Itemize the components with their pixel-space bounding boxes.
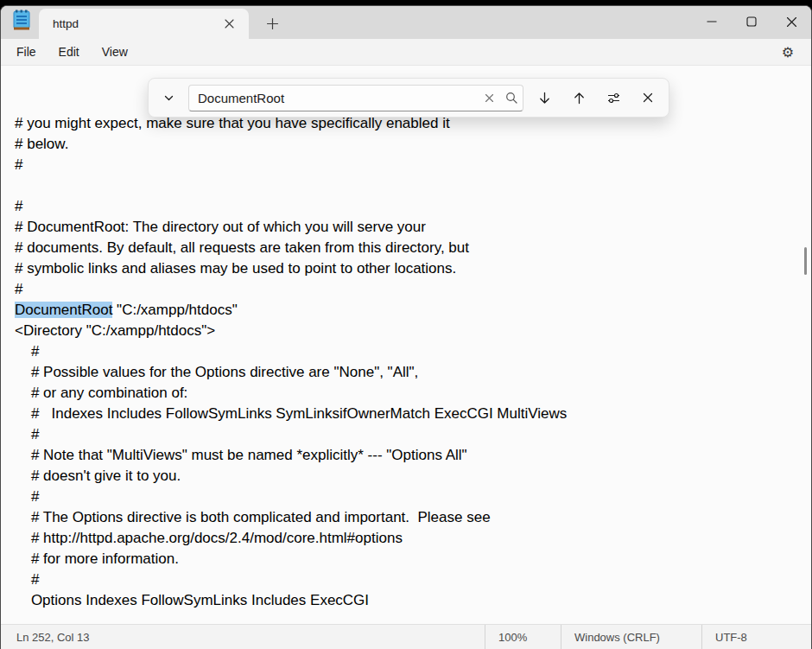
editor-line: # below. — [15, 134, 801, 155]
vertical-scrollbar-thumb[interactable] — [804, 247, 807, 275]
editor-lines: # you might expect, make sure that you h… — [15, 113, 801, 624]
editor-line: # Possible values for the Options direct… — [15, 362, 801, 383]
find-bar — [148, 78, 669, 118]
editor-line: # — [15, 279, 801, 300]
status-right-group: 100% Windows (CRLF) UTF-8 — [485, 625, 811, 649]
encoding[interactable]: UTF-8 — [701, 625, 811, 649]
editor: # you might expect, make sure that you h… — [1, 66, 811, 624]
editor-line: # documents. By default, all requests ar… — [15, 238, 801, 258]
editor-line — [15, 175, 801, 196]
search-match-highlight: DocumentRoot — [15, 302, 112, 318]
editor-line: # http://httpd.apache.org/docs/2.4/mod/c… — [15, 528, 801, 549]
window-controls — [692, 6, 811, 37]
find-input[interactable] — [189, 91, 478, 105]
find-input-wrap — [188, 85, 523, 111]
tab-title: httpd — [53, 17, 79, 30]
editor-line: # DocumentRoot: The directory out of whi… — [15, 217, 801, 238]
editor-line: # symbolic links and aliases may be used… — [15, 258, 801, 279]
editor-line: # The Options directive is both complica… — [15, 507, 801, 528]
editor-text-area[interactable]: # you might expect, make sure that you h… — [1, 66, 811, 624]
editor-line: # — [15, 569, 801, 590]
cursor-position: Ln 252, Col 13 — [16, 631, 90, 644]
editor-line: # — [15, 155, 801, 175]
menu-view[interactable]: View — [91, 41, 139, 62]
zoom-level[interactable]: 100% — [485, 625, 561, 649]
find-options-filter-icon[interactable] — [599, 84, 627, 111]
find-previous-up-icon[interactable] — [565, 84, 593, 111]
tab-httpd[interactable]: httpd — [39, 9, 249, 39]
find-next-down-icon[interactable] — [530, 84, 558, 111]
find-close-icon[interactable] — [634, 84, 662, 111]
new-tab-button[interactable] — [257, 10, 287, 36]
search-icon[interactable] — [500, 86, 523, 109]
editor-line: # — [15, 196, 801, 217]
clear-search-icon[interactable] — [478, 86, 500, 109]
editor-line: <Directory "C:/xampp/htdocs"> — [15, 321, 801, 341]
editor-line: # Indexes Includes FollowSymLinks SymLin… — [15, 404, 801, 424]
settings-gear-icon[interactable]: ⚙ — [775, 41, 801, 63]
tab-close-icon[interactable] — [219, 14, 239, 35]
title-bar: httpd — [1, 6, 811, 39]
editor-line: Options Indexes FollowSymLinks Includes … — [15, 590, 801, 611]
editor-line: # for more information. — [15, 549, 801, 569]
editor-line: # or any combination of: — [15, 383, 801, 404]
editor-line — [15, 611, 801, 624]
editor-line: # Note that "MultiViews" must be named *… — [15, 445, 801, 466]
editor-line: DocumentRoot "C:/xampp/htdocs" — [15, 300, 801, 321]
editor-line: # — [15, 424, 801, 445]
editor-line: # — [15, 487, 801, 507]
minimize-icon[interactable] — [692, 6, 732, 37]
status-bar: Ln 252, Col 13 100% Windows (CRLF) UTF-8 — [1, 624, 811, 649]
maximize-icon[interactable] — [732, 6, 771, 37]
menu-edit[interactable]: Edit — [48, 41, 91, 62]
menu-bar: File Edit View ⚙ — [1, 39, 811, 66]
line-ending[interactable]: Windows (CRLF) — [561, 625, 701, 649]
editor-line: # doesn't give it to you. — [15, 466, 801, 487]
close-window-icon[interactable] — [771, 6, 811, 37]
editor-line: # — [15, 341, 801, 362]
find-expand-chevron-icon[interactable] — [155, 85, 181, 111]
notepad-app-icon — [12, 9, 31, 32]
notepad-window: httpd File Edit View ⚙ # you — [0, 5, 812, 649]
menu-file[interactable]: File — [5, 41, 48, 62]
